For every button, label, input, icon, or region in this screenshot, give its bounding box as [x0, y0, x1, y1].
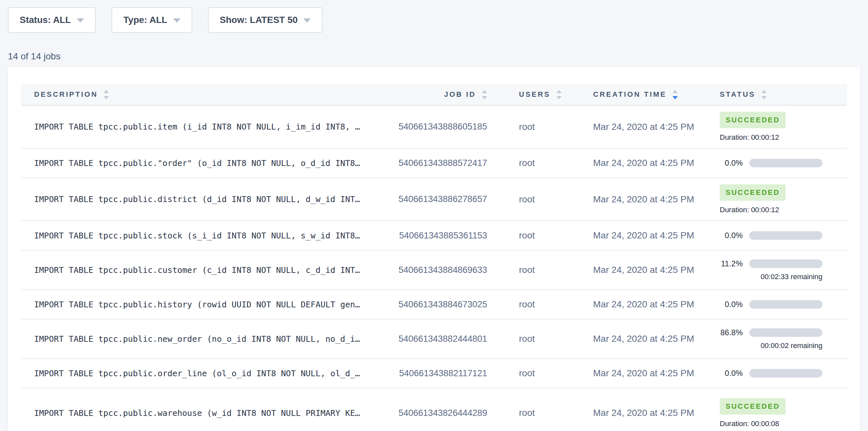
table-row: IMPORT TABLE tpcc.public.district (d_id … — [21, 178, 847, 221]
job-creation-time-cell: Mar 24, 2020 at 4:25 PM — [578, 230, 696, 241]
column-header-status[interactable]: STATUS — [696, 84, 847, 105]
status-filter-dropdown[interactable]: Status: ALL — [8, 7, 96, 33]
column-header-job_id[interactable]: JOB ID — [366, 84, 488, 105]
job-user-cell: root — [488, 230, 578, 241]
progress-bar — [749, 369, 823, 377]
jobs-table-body: IMPORT TABLE tpcc.public.item (i_id INT8… — [21, 105, 847, 431]
table-row: IMPORT TABLE tpcc.public.history (rowid … — [21, 290, 847, 319]
sort-desc-icon — [104, 96, 109, 99]
show-filter-dropdown[interactable]: Show: LATEST 50 — [208, 7, 323, 33]
job-status-cell: 0.0% — [696, 153, 847, 173]
job-description-cell: IMPORT TABLE tpcc.public.item (i_id INT8… — [21, 122, 366, 131]
job-id-cell: 540661343884869633 — [366, 265, 488, 275]
progress-row: 0.0% — [720, 369, 823, 378]
job-duration-label: Duration: 00:00:12 — [720, 133, 779, 142]
job-id-cell: 540661343885361153 — [366, 230, 488, 241]
job-status-cell: 0.0% — [696, 295, 847, 314]
job-user-cell: root — [488, 158, 578, 168]
job-status-cell: SUCCEEDEDDuration: 00:00:12 — [696, 179, 847, 219]
job-creation-time-cell: Mar 24, 2020 at 4:25 PM — [578, 158, 696, 168]
job-creation-time-cell: Mar 24, 2020 at 4:25 PM — [578, 408, 696, 418]
job-description-cell: IMPORT TABLE tpcc.public.stock (s_i_id I… — [21, 231, 366, 240]
progress-row: 0.0% — [720, 231, 823, 240]
sort-arrows — [673, 90, 678, 99]
jobs-filter-bar: Status: ALL Type: ALL Show: LATEST 50 — [0, 0, 868, 33]
job-id-cell: 540661343826444289 — [366, 408, 488, 418]
sort-arrows — [104, 90, 109, 99]
job-duration-label: Duration: 00:00:12 — [720, 206, 779, 214]
job-user-cell: root — [488, 194, 578, 205]
job-creation-time-cell: Mar 24, 2020 at 4:25 PM — [578, 265, 696, 275]
job-creation-time-cell: Mar 24, 2020 at 4:25 PM — [578, 368, 696, 378]
job-id-cell: 540661343886278657 — [366, 194, 488, 204]
sort-arrows — [762, 90, 767, 99]
sort-asc-icon — [482, 90, 487, 93]
job-status-cell: SUCCEEDEDDuration: 00:00:08 — [696, 393, 847, 431]
table-row: IMPORT TABLE tpcc.public."order" (o_id I… — [21, 149, 847, 178]
column-header-label: DESCRIPTION — [34, 90, 98, 99]
job-duration-label: Duration: 00:00:08 — [720, 420, 779, 428]
progress-row: 86.8% — [720, 328, 823, 337]
type-filter-dropdown[interactable]: Type: ALL — [112, 7, 192, 33]
progress-percent-label: 11.2% — [720, 259, 743, 268]
progress-row: 0.0% — [720, 158, 823, 167]
job-status-cell: 0.0% — [696, 363, 847, 383]
sort-arrows — [482, 90, 487, 99]
progress-percent-label: 0.0% — [720, 158, 743, 167]
progress-bar — [749, 300, 823, 309]
column-header-creation_time[interactable]: CREATION TIME — [578, 84, 696, 105]
table-row: IMPORT TABLE tpcc.public.order_line (ol_… — [21, 359, 847, 388]
sort-desc-icon — [673, 96, 678, 99]
job-id-cell: 540661343882117121 — [366, 368, 488, 378]
job-user-cell: root — [488, 408, 578, 418]
progress-percent-label: 0.0% — [720, 231, 743, 240]
progress-percent-label: 0.0% — [720, 369, 743, 378]
progress-percent-label: 86.8% — [720, 328, 743, 337]
chevron-down-icon — [77, 19, 84, 23]
progress-percent-label: 0.0% — [720, 300, 743, 309]
job-id-cell: 540661343888605185 — [366, 122, 488, 132]
job-status-cell: 0.0% — [696, 226, 847, 245]
job-description-cell: IMPORT TABLE tpcc.public.history (rowid … — [21, 300, 366, 309]
job-description-cell: IMPORT TABLE tpcc.public.order_line (ol_… — [21, 369, 366, 378]
show-filter-label: Show: LATEST 50 — [220, 15, 298, 25]
column-header-label: JOB ID — [444, 90, 476, 99]
job-description-cell: IMPORT TABLE tpcc.public.district (d_id … — [21, 194, 366, 204]
table-row: IMPORT TABLE tpcc.public.new_order (no_o… — [21, 319, 847, 359]
job-status-cell: 86.8%00:00:02 remaining — [696, 323, 847, 355]
job-creation-time-cell: Mar 24, 2020 at 4:25 PM — [578, 334, 696, 344]
sort-desc-icon — [482, 96, 487, 99]
status-filter-label: Status: ALL — [20, 15, 71, 25]
chevron-down-icon — [304, 19, 311, 23]
jobs-table-card: DESCRIPTION JOB ID USERS CREATION TIME S… — [8, 67, 860, 431]
job-description-cell: IMPORT TABLE tpcc.public.warehouse (w_id… — [21, 408, 366, 418]
job-status-cell: 11.2%00:02:33 remaining — [696, 254, 847, 286]
sort-arrows — [556, 90, 562, 99]
job-description-cell: IMPORT TABLE tpcc.public.new_order (no_o… — [21, 334, 366, 344]
progress-bar — [749, 328, 823, 337]
progress-bar — [749, 159, 823, 167]
progress-row: 0.0% — [720, 300, 823, 309]
column-header-label: CREATION TIME — [593, 90, 666, 99]
job-user-cell: root — [488, 334, 578, 344]
sort-asc-icon — [104, 90, 109, 93]
table-row: IMPORT TABLE tpcc.public.warehouse (w_id… — [21, 388, 847, 431]
job-creation-time-cell: Mar 24, 2020 at 4:25 PM — [578, 299, 696, 310]
type-filter-label: Type: ALL — [123, 15, 167, 25]
sort-desc-icon — [556, 96, 562, 99]
job-user-cell: root — [488, 299, 578, 310]
chevron-down-icon — [173, 19, 180, 23]
column-header-description[interactable]: DESCRIPTION — [21, 84, 366, 105]
job-id-cell: 540661343884673025 — [366, 300, 488, 310]
sort-asc-icon — [673, 90, 678, 93]
jobs-count-label: 14 of 14 jobs — [8, 51, 868, 62]
status-badge: SUCCEEDED — [720, 184, 786, 201]
status-badge: SUCCEEDED — [720, 398, 786, 414]
job-description-cell: IMPORT TABLE tpcc.public.customer (c_id … — [21, 265, 366, 275]
column-header-users[interactable]: USERS — [488, 84, 578, 105]
job-user-cell: root — [488, 265, 578, 275]
sort-asc-icon — [556, 90, 562, 93]
job-description-cell: IMPORT TABLE tpcc.public."order" (o_id I… — [21, 158, 366, 168]
status-badge: SUCCEEDED — [720, 112, 786, 128]
job-user-cell: root — [488, 368, 578, 378]
